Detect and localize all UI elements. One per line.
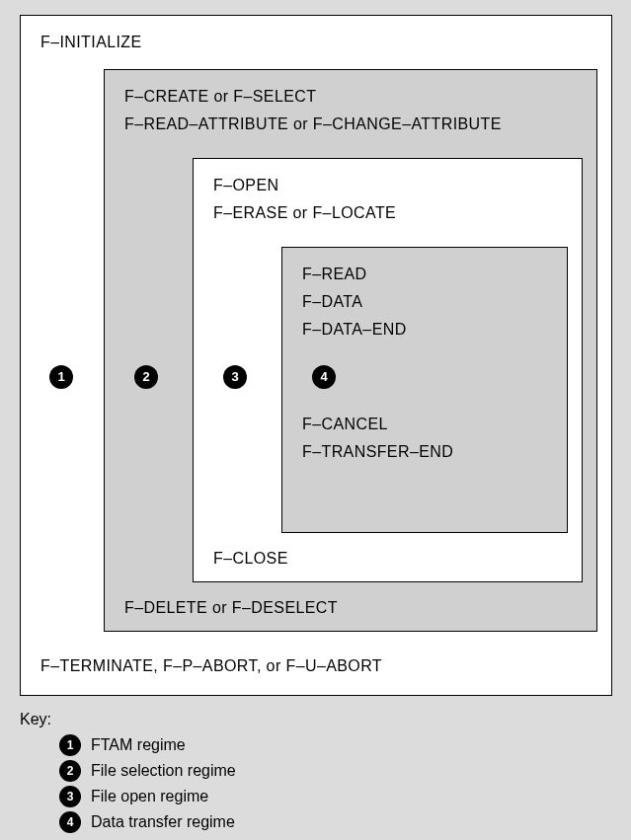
box4-l1: F–READ <box>302 266 367 283</box>
legend-row: 4 Data transfer regime <box>59 811 236 833</box>
box3-bottom-label: F–CLOSE <box>213 550 288 568</box>
legend-badge: 1 <box>59 734 81 756</box>
legend-row: 2 File selection regime <box>59 760 236 782</box>
box2-top1-label: F–CREATE or F–SELECT <box>124 88 316 106</box>
box3-top2-label: F–ERASE or F–LOCATE <box>213 204 396 222</box>
box4-l5: F–TRANSFER–END <box>302 443 453 461</box>
legend-badge: 3 <box>59 786 81 807</box>
legend: Key: 1 FTAM regime 2 File selection regi… <box>20 711 236 837</box>
badge-2: 2 <box>134 365 158 389</box>
legend-text: File open regime <box>91 788 208 805</box>
legend-text: File selection regime <box>91 762 236 780</box>
box-data-transfer-regime: F–READ F–DATA F–DATA–END F–CANCEL F–TRAN… <box>281 247 568 533</box>
box2-bottom-label: F–DELETE or F–DESELECT <box>124 599 338 617</box>
box1-bottom-label: F–TERMINATE, F–P–ABORT, or F–U–ABORT <box>40 657 382 675</box>
diagram-canvas: F–INITIALIZE F–TERMINATE, F–P–ABORT, or … <box>0 0 631 840</box>
box1-top-label: F–INITIALIZE <box>40 34 142 51</box>
box4-l3: F–DATA–END <box>302 321 407 339</box>
box4-l2: F–DATA <box>302 293 362 311</box>
legend-row: 1 FTAM regime <box>59 734 236 756</box>
box2-top2-label: F–READ–ATTRIBUTE or F–CHANGE–ATTRIBUTE <box>124 115 502 133</box>
box4-l4: F–CANCEL <box>302 416 388 433</box>
badge-4: 4 <box>312 365 336 389</box>
legend-badge: 2 <box>59 760 81 782</box>
box3-top1-label: F–OPEN <box>213 177 278 194</box>
badge-1: 1 <box>49 365 73 389</box>
legend-badge: 4 <box>59 811 81 833</box>
legend-text: Data transfer regime <box>91 813 235 831</box>
legend-text: FTAM regime <box>91 736 186 754</box>
legend-row: 3 File open regime <box>59 786 236 807</box>
legend-title: Key: <box>20 711 236 728</box>
badge-3: 3 <box>223 365 247 389</box>
